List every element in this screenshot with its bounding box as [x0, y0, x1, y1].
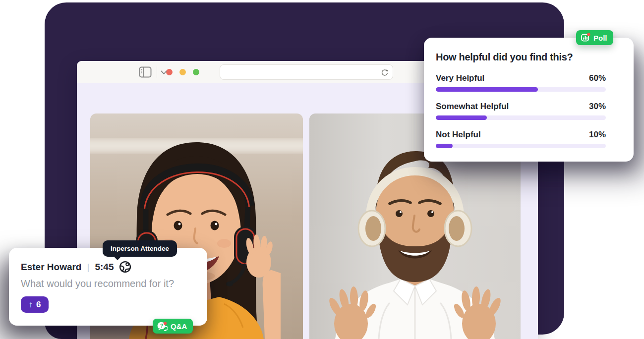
qa-badge-label: Q&A — [171, 322, 187, 331]
question-timestamp: 5:45 — [95, 262, 114, 273]
attendee-tooltip: Inperson Attendee — [103, 240, 177, 257]
chevron-down-icon[interactable] — [160, 70, 167, 75]
poll-card: Poll How helpful did you find this? Very… — [424, 38, 634, 162]
address-input[interactable] — [225, 66, 374, 78]
minimize-button[interactable] — [179, 69, 186, 75]
poll-option-label: Somewhat Helpful — [436, 102, 509, 112]
zoom-button[interactable] — [193, 69, 199, 75]
screenshot-canvas: Inperson Attendee Ester Howard | 5:45 Wh… — [0, 0, 644, 339]
tooltip-label: Inperson Attendee — [111, 245, 169, 252]
globe-icon — [119, 261, 131, 273]
sidebar-toggle-icon[interactable] — [139, 66, 152, 78]
upvote-arrow-icon: ↑ — [29, 300, 33, 310]
poll-bar-fill — [436, 144, 453, 148]
qa-badge[interactable]: ? Q&A — [153, 319, 193, 334]
upvote-button[interactable]: ↑ 6 — [21, 296, 49, 313]
poll-option-percent: 10% — [589, 130, 606, 140]
qa-card: Inperson Attendee Ester Howard | 5:45 Wh… — [9, 248, 207, 326]
upvote-count: 6 — [36, 300, 41, 310]
poll-bar-track — [436, 115, 606, 120]
author-time-divider: | — [87, 262, 89, 273]
reload-icon[interactable] — [380, 68, 389, 77]
poll-option-label: Very Helpful — [436, 73, 484, 83]
svg-text:?: ? — [160, 323, 163, 328]
poll-title: How helpful did you find this? — [436, 52, 606, 63]
poll-bar-track — [436, 87, 606, 92]
address-bar[interactable] — [220, 64, 393, 80]
poll-chart-icon — [581, 33, 590, 43]
poll-bar-fill — [436, 115, 487, 120]
poll-option-somewhat-helpful[interactable]: Somewhat Helpful 30% — [436, 102, 606, 120]
poll-badge[interactable]: Poll — [576, 30, 613, 45]
author-name: Ester Howard — [21, 262, 81, 273]
toolbar-divider — [157, 66, 157, 78]
poll-option-percent: 60% — [589, 73, 606, 83]
poll-bar-track — [436, 144, 606, 148]
question-text: What would you recommend for it? — [21, 278, 174, 289]
qa-chat-icon: ? — [157, 321, 168, 332]
qa-author-row: Ester Howard | 5:45 — [21, 261, 131, 273]
poll-option-label: Not Helpful — [436, 130, 481, 140]
poll-option-percent: 30% — [589, 102, 606, 112]
poll-option-not-helpful[interactable]: Not Helpful 10% — [436, 130, 606, 148]
poll-badge-label: Poll — [593, 34, 607, 42]
poll-option-very-helpful[interactable]: Very Helpful 60% — [436, 73, 606, 92]
poll-bar-fill — [436, 87, 538, 92]
